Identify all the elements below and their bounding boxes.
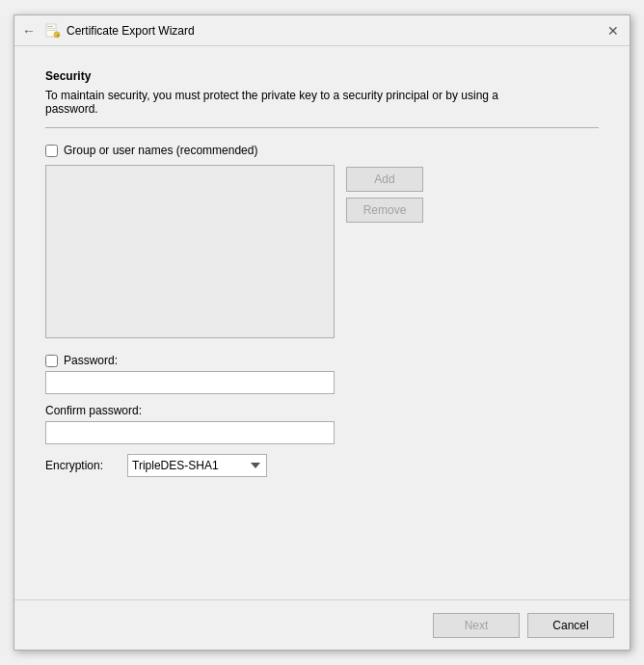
next-button[interactable]: Next <box>433 613 520 638</box>
group-users-row: Group or user names (recommended) <box>45 144 599 157</box>
encryption-dropdown[interactable]: TripleDES-SHA1 AES256-SHA256 <box>127 454 267 477</box>
title-bar: ← ★ Certificate Export Wizard ✕ <box>14 15 630 46</box>
encryption-row: Encryption: TripleDES-SHA1 AES256-SHA256 <box>45 454 599 477</box>
svg-rect-2 <box>47 28 55 29</box>
certificate-export-wizard-dialog: ← ★ Certificate Export Wizard ✕ Security… <box>13 14 631 651</box>
security-heading: Security <box>45 69 599 83</box>
confirm-password-group: Confirm password: <box>45 404 599 444</box>
security-description: To maintain security, you must protect t… <box>45 89 547 116</box>
svg-text:★: ★ <box>56 32 60 37</box>
confirm-password-input[interactable] <box>45 421 335 444</box>
cancel-button[interactable]: Cancel <box>527 613 614 638</box>
password-label-row: Password: <box>45 354 599 367</box>
group-users-label: Group or user names (recommended) <box>64 144 257 157</box>
encryption-label: Encryption: <box>45 459 118 472</box>
password-label: Password: <box>64 354 118 367</box>
dialog-title: Certificate Export Wizard <box>67 24 195 38</box>
group-users-listbox[interactable] <box>45 165 335 338</box>
group-users-checkbox[interactable] <box>45 145 58 157</box>
certificate-icon: ★ <box>45 23 61 39</box>
group-users-checkbox-area[interactable]: Group or user names (recommended) <box>45 144 257 157</box>
svg-rect-3 <box>47 30 55 31</box>
button-column: Add Remove <box>346 165 423 338</box>
password-input[interactable] <box>45 371 335 394</box>
svg-rect-1 <box>47 26 53 27</box>
remove-button[interactable]: Remove <box>346 198 423 223</box>
dialog-footer: Next Cancel <box>14 599 630 650</box>
close-button[interactable]: ✕ <box>604 22 622 40</box>
title-bar-left: ← ★ Certificate Export Wizard <box>22 23 195 39</box>
add-button[interactable]: Add <box>346 167 423 192</box>
divider <box>45 127 599 128</box>
password-checkbox[interactable] <box>45 355 58 367</box>
back-button[interactable]: ← <box>22 23 36 39</box>
main-area: Add Remove <box>45 165 599 338</box>
password-group: Password: <box>45 354 599 394</box>
confirm-password-label-row: Confirm password: <box>45 404 599 417</box>
dialog-content: Security To maintain security, you must … <box>14 46 630 599</box>
confirm-password-label: Confirm password: <box>45 404 142 417</box>
